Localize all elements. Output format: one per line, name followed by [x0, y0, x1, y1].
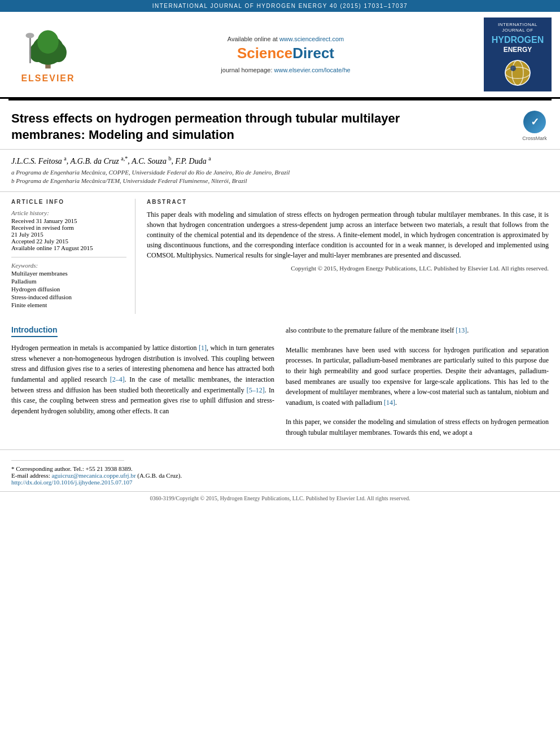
title-section: Stress effects on hydrogen permeation th… [0, 101, 560, 149]
introduction-right-text: also contribute to the premature failure… [286, 325, 549, 336]
svg-point-6 [25, 33, 34, 38]
sciencedirect-direct-part: Direct [292, 45, 334, 62]
author-dacruz: A.G.B. da Cruz [71, 156, 119, 165]
body-section: Introduction Hydrogen permeation in meta… [0, 314, 560, 449]
affiliation-a: a Programa de Engenharia Mecânica, COPPE… [11, 169, 549, 176]
ref-14: [14] [384, 399, 395, 407]
journal-header: ELSEVIER Available online at www.science… [0, 12, 560, 99]
email-label-text: E-mail address: [11, 472, 50, 479]
author-duda-sup: a [208, 155, 211, 161]
journal-logo-hydrogen: HYDROGEN [487, 35, 548, 45]
elsevier-wordmark: ELSEVIER [21, 73, 75, 84]
footnote-divider [11, 460, 124, 461]
keyword-1: Multilayer membranes [11, 270, 126, 277]
introduction-heading: Introduction [11, 325, 58, 337]
sciencedirect-logo: ScienceDirect [93, 45, 478, 62]
metallic-membranes-text: Metallic membranes have been used with s… [286, 345, 549, 408]
abstract-copyright: Copyright © 2015, Hydrogen Energy Public… [147, 265, 549, 272]
email-note: E-mail address: aguicruz@mecanica.coppe.… [11, 472, 549, 479]
abstract-label: ABSTRACT [147, 199, 549, 205]
available-online: Available online 17 August 2015 [11, 244, 126, 251]
author-souza-sup: b [169, 155, 172, 161]
journal-homepage-url[interactable]: www.elsevier.com/locate/he [274, 67, 351, 73]
received-1: Received 31 January 2015 [11, 217, 126, 224]
journal-logo-box: International Journal of HYDROGEN ENERGY [484, 18, 552, 91]
svg-rect-5 [29, 37, 31, 63]
crossmark-label: CrossMark [522, 136, 547, 141]
article-history-group: Article history: Received 31 January 201… [11, 209, 126, 251]
ref-1: [1] [199, 344, 207, 352]
crossmark-icon: ✓ [523, 111, 546, 133]
authors-line: J.L.C.S. Feitosa a, A.G.B. da Cruz a,*, … [11, 155, 549, 166]
elsevier-logo: ELSEVIER [8, 26, 88, 84]
abstract-column: ABSTRACT This paper deals with modeling … [147, 199, 549, 314]
journal-logo-energy: ENERGY [487, 46, 548, 54]
ref-5-12: [5–12] [247, 386, 265, 394]
keywords-label: Keywords: [11, 262, 126, 269]
journal-homepage-line: journal homepage: www.elsevier.com/locat… [93, 67, 478, 73]
info-abstract-section: ARTICLE INFO Article history: Received 3… [0, 199, 560, 314]
elsevier-tree-icon [20, 26, 76, 71]
sciencedirect-science-part: Science [237, 45, 292, 62]
footer-text: 0360-3199/Copyright © 2015, Hydrogen Ene… [150, 495, 410, 501]
available-online-text: Available online at www.sciencedirect.co… [93, 36, 478, 42]
author-feitosa-sup: a [64, 155, 66, 161]
keywords-group: Keywords: Multilayer membranes Palladium… [11, 262, 126, 308]
body-left-column: Introduction Hydrogen permeation in meta… [11, 325, 274, 438]
journal-citation: INTERNATIONAL JOURNAL OF HYDROGEN ENERGY… [152, 3, 408, 9]
this-paper-text: In this paper, we consider the modeling … [286, 417, 549, 438]
info-divider [11, 257, 126, 257]
accepted: Accepted 22 July 2015 [11, 238, 126, 244]
ref-13: [13] [456, 326, 467, 334]
corresponding-label: * Corresponding author. Tel.: +55 21 393… [11, 465, 133, 472]
author-duda: F.P. Duda [176, 156, 207, 165]
introduction-left-text: Hydrogen permeation in metals is accompa… [11, 343, 274, 416]
keyword-3: Hydrogen diffusion [11, 286, 126, 292]
affiliation-b: b Programa de Engenharia Mecânica/TEM, U… [11, 177, 549, 184]
article-title: Stress effects on hydrogen permeation th… [11, 111, 452, 143]
body-right-column: also contribute to the premature failure… [286, 325, 549, 438]
email-note-text: (A.G.B. da Cruz). [137, 472, 182, 479]
journal-header-bar: INTERNATIONAL JOURNAL OF HYDROGEN ENERGY… [0, 0, 560, 12]
article-history-label: Article history: [11, 209, 126, 216]
crossmark-badge: ✓ CrossMark [520, 111, 549, 141]
article-info-column: ARTICLE INFO Article history: Received 3… [11, 199, 135, 314]
doi-link-line: http://dx.doi.org/10.1016/j.ijhydene.201… [11, 479, 549, 486]
author-souza: A.C. Souza [132, 156, 167, 165]
journal-logo-title: International Journal of [487, 22, 548, 34]
footnotes-section: * Corresponding author. Tel.: +55 21 393… [0, 449, 560, 491]
sciencedirect-info: Available online at www.sciencedirect.co… [93, 36, 478, 73]
svg-point-4 [37, 30, 59, 53]
svg-point-11 [510, 65, 516, 71]
footer-bar: 0360-3199/Copyright © 2015, Hydrogen Ene… [0, 491, 560, 505]
keyword-4: Stress-induced diffusion [11, 294, 126, 300]
doi-link[interactable]: http://dx.doi.org/10.1016/j.ijhydene.201… [11, 479, 133, 486]
abstract-text: This paper deals with modeling and simul… [147, 209, 549, 260]
keywords-list: Multilayer membranes Palladium Hydrogen … [11, 270, 126, 308]
article-info-label: ARTICLE INFO [11, 199, 126, 205]
email-link[interactable]: aguicruz@mecanica.coppe.ufrj.br [51, 472, 135, 479]
author-feitosa: J.L.C.S. Feitosa [11, 156, 62, 165]
author-dacruz-sup: a,* [121, 155, 128, 161]
sciencedirect-url[interactable]: www.sciencedirect.com [279, 36, 344, 42]
ref-2-4: [2–4] [110, 375, 125, 383]
received-2: Received in revised form [11, 224, 126, 231]
journal-logo-sphere-icon [501, 56, 535, 87]
received-2-date: 21 July 2015 [11, 231, 126, 238]
authors-section: J.L.C.S. Feitosa a, A.G.B. da Cruz a,*, … [0, 150, 560, 193]
corresponding-author-note: * Corresponding author. Tel.: +55 21 393… [11, 465, 549, 472]
keyword-2: Palladium [11, 278, 126, 285]
keyword-5: Finite element [11, 302, 126, 308]
